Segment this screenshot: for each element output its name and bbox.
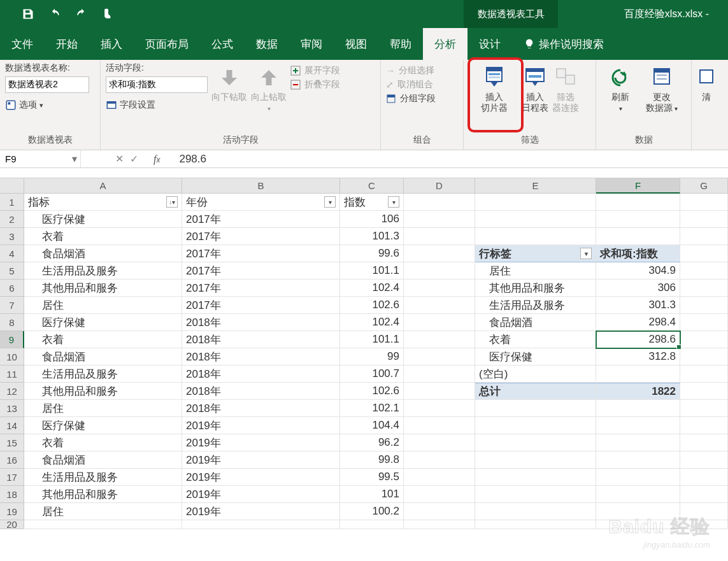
cell[interactable]	[680, 486, 728, 503]
cell[interactable]	[404, 245, 475, 262]
cell[interactable]	[596, 451, 680, 469]
cell[interactable]	[680, 297, 728, 314]
cell[interactable]: 2017年	[182, 262, 340, 280]
cell[interactable]	[475, 194, 596, 211]
col-header-c[interactable]: C	[340, 178, 404, 194]
row-header[interactable]: 13	[0, 400, 24, 417]
redo-button[interactable]	[73, 5, 90, 23]
collapse-field-button[interactable]: 折叠字段	[290, 79, 340, 90]
pivot-row[interactable]: 生活用品及服务	[475, 297, 596, 314]
cell[interactable]	[475, 211, 596, 228]
formula-input[interactable]	[166, 152, 728, 167]
cell[interactable]	[680, 314, 728, 331]
cell[interactable]	[404, 469, 475, 486]
cell[interactable]: 衣着	[24, 331, 182, 348]
cell[interactable]	[596, 503, 680, 520]
cell[interactable]	[680, 194, 728, 211]
cell[interactable]	[680, 434, 728, 451]
cell[interactable]: 医疗保健	[24, 314, 182, 331]
cell[interactable]	[596, 469, 680, 486]
pivot-value[interactable]: 306	[596, 280, 680, 297]
group-field-button[interactable]: 分组字段	[386, 93, 436, 104]
cell[interactable]: 2019年	[182, 469, 340, 486]
touch-mode-button[interactable]	[99, 5, 117, 23]
cell[interactable]	[680, 348, 728, 366]
cell[interactable]: 99.5	[340, 469, 404, 486]
tell-me-search[interactable]: 操作说明搜索	[512, 28, 615, 60]
tab-insert[interactable]: 插入	[89, 28, 134, 60]
cell[interactable]: 医疗保健	[24, 417, 182, 434]
cell[interactable]	[680, 366, 728, 383]
col-header-g[interactable]: G	[680, 178, 728, 194]
cell[interactable]	[475, 228, 596, 245]
cell[interactable]	[404, 520, 475, 529]
row-header[interactable]: 14	[0, 417, 24, 434]
cell[interactable]: 衣着	[24, 434, 182, 451]
expand-field-button[interactable]: 展开字段	[290, 65, 340, 76]
cell[interactable]	[404, 400, 475, 417]
row-header[interactable]: 19	[0, 503, 24, 520]
row-header[interactable]: 1	[0, 194, 24, 211]
cell[interactable]: 2018年	[182, 366, 340, 383]
pivot-value[interactable]: 304.9	[596, 262, 680, 280]
cell[interactable]	[475, 469, 596, 486]
cell[interactable]: 2019年	[182, 434, 340, 451]
pivot-row[interactable]: 其他用品和服务	[475, 280, 596, 297]
clear-button[interactable]: 清	[697, 62, 716, 103]
pivottable-name-input[interactable]	[5, 76, 89, 93]
select-all-corner[interactable]	[0, 178, 24, 194]
insert-timeline-button[interactable]: 插入日程表	[520, 62, 550, 113]
namebox-input[interactable]	[0, 152, 69, 167]
cell[interactable]	[404, 314, 475, 331]
cell[interactable]: 2019年	[182, 417, 340, 434]
cell[interactable]	[404, 417, 475, 434]
cell[interactable]	[680, 400, 728, 417]
cell[interactable]: 101.3	[340, 228, 404, 245]
pivot-grand-total-value[interactable]: 1822	[596, 383, 680, 400]
cell[interactable]: 101	[340, 486, 404, 503]
cell[interactable]	[404, 366, 475, 383]
pivot-row[interactable]: 食品烟酒	[475, 314, 596, 331]
undo-button[interactable]	[46, 5, 64, 23]
cell[interactable]	[596, 228, 680, 245]
cell[interactable]: 102.4	[340, 314, 404, 331]
pivot-row-blank[interactable]: (空白)	[475, 366, 596, 383]
cell[interactable]: 其他用品和服务	[24, 383, 182, 400]
cell[interactable]: 居住	[24, 297, 182, 314]
field-settings-button[interactable]: 字段设置	[106, 98, 208, 112]
cell[interactable]	[680, 245, 728, 262]
row-header[interactable]: 17	[0, 469, 24, 486]
cell[interactable]	[596, 194, 680, 211]
cell[interactable]	[596, 211, 680, 228]
cell[interactable]: 2019年	[182, 503, 340, 520]
cell[interactable]	[680, 417, 728, 434]
cell[interactable]	[404, 348, 475, 366]
cell[interactable]	[596, 417, 680, 434]
cell[interactable]: 99.8	[340, 451, 404, 469]
pivot-value[interactable]: 312.8	[596, 348, 680, 366]
cell[interactable]	[596, 366, 680, 383]
cell[interactable]	[404, 451, 475, 469]
cell[interactable]	[182, 520, 340, 529]
namebox-dropdown[interactable]: ▾	[69, 153, 80, 165]
pivot-value[interactable]: 301.3	[596, 297, 680, 314]
cell[interactable]: 102.6	[340, 297, 404, 314]
filter-button[interactable]: ▾	[324, 196, 336, 208]
cell[interactable]: 其他用品和服务	[24, 486, 182, 503]
cell[interactable]	[596, 434, 680, 451]
cell[interactable]: 2018年	[182, 314, 340, 331]
cell[interactable]: 生活用品及服务	[24, 469, 182, 486]
cell[interactable]: 2018年	[182, 348, 340, 366]
cell[interactable]	[404, 486, 475, 503]
cell[interactable]: 96.2	[340, 434, 404, 451]
col-header-a[interactable]: A	[24, 178, 182, 194]
insert-slicer-button[interactable]: 插入切片器	[469, 62, 520, 113]
row-header[interactable]: 12	[0, 383, 24, 400]
cell[interactable]	[404, 228, 475, 245]
cell[interactable]	[680, 469, 728, 486]
cell[interactable]: 2019年	[182, 486, 340, 503]
cell[interactable]	[404, 262, 475, 280]
active-cell[interactable]: 298.6	[596, 331, 680, 348]
pivot-row[interactable]: 居住	[475, 262, 596, 280]
pivot-row-label-header[interactable]: 行标签▾	[475, 245, 596, 262]
